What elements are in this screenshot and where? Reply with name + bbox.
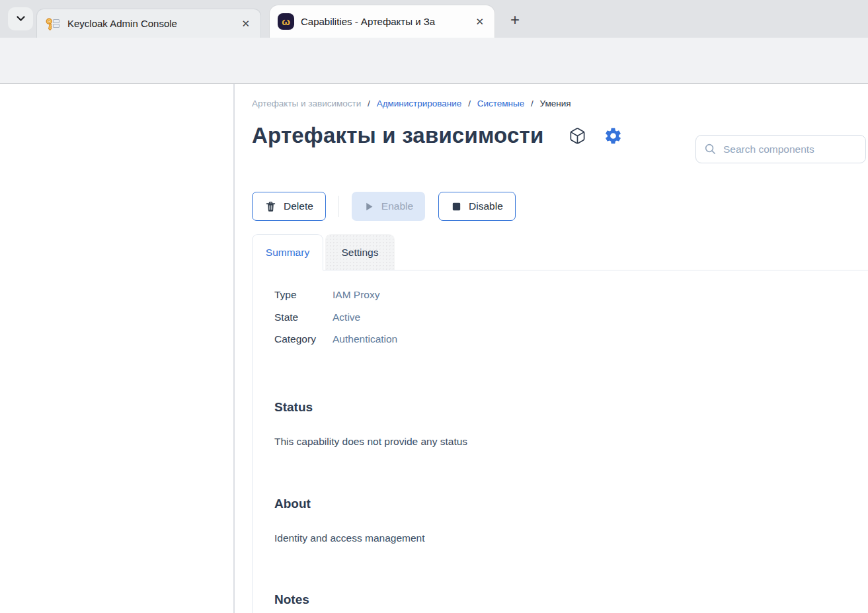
tab-keycloak[interactable]: Keycloak Admin Console ✕ bbox=[36, 9, 261, 38]
w-logo-icon: ω bbox=[278, 13, 294, 30]
play-icon bbox=[364, 201, 375, 212]
package-icon[interactable] bbox=[569, 127, 586, 145]
tab-settings[interactable]: Settings bbox=[325, 234, 395, 270]
actions-divider bbox=[338, 196, 339, 217]
tab-summary[interactable]: Summary bbox=[252, 234, 323, 270]
new-tab-button[interactable]: + bbox=[504, 9, 526, 30]
component-search[interactable] bbox=[695, 135, 866, 163]
breadcrumb: Артефакты и зависимости / Администрирова… bbox=[252, 99, 571, 108]
detail-tabs: Summary Settings bbox=[252, 234, 395, 270]
tab-title: Keycloak Admin Console bbox=[67, 18, 232, 29]
tab-title: Capabilities - Артефакты и За bbox=[301, 16, 466, 27]
gear-icon[interactable] bbox=[604, 126, 623, 145]
stop-icon bbox=[451, 201, 462, 212]
summary-panel bbox=[252, 270, 868, 613]
tab-search-button[interactable] bbox=[8, 7, 33, 30]
close-icon[interactable]: ✕ bbox=[239, 17, 253, 31]
browser-tab-strip: Keycloak Admin Console ✕ ω Capabilities … bbox=[0, 0, 868, 38]
page-title: Артефакты и зависимости bbox=[252, 123, 543, 148]
breadcrumb-root: Артефакты и зависимости bbox=[252, 99, 361, 108]
browser-toolbar: uO bbox=[0, 38, 868, 84]
layout-divider bbox=[233, 84, 235, 613]
trash-icon bbox=[264, 200, 277, 213]
close-icon[interactable]: ✕ bbox=[473, 15, 487, 29]
search-input[interactable] bbox=[723, 143, 849, 155]
keycloak-key-icon bbox=[45, 16, 61, 32]
chevron-down-icon bbox=[17, 16, 25, 22]
breadcrumb-link-system[interactable]: Системные bbox=[477, 99, 525, 108]
search-icon bbox=[704, 143, 717, 155]
tab-capabilities[interactable]: ω Capabilities - Артефакты и За ✕ bbox=[270, 5, 494, 38]
delete-button[interactable]: Delete bbox=[252, 192, 326, 221]
page-body: Артефакты и зависимости / Администрирова… bbox=[0, 84, 868, 613]
enable-button[interactable]: Enable bbox=[352, 192, 425, 221]
main-content: Артефакты и зависимости / Администрирова… bbox=[252, 84, 868, 613]
breadcrumb-current: Умения bbox=[539, 99, 571, 108]
breadcrumb-link-administration[interactable]: Администрирование bbox=[377, 99, 462, 108]
disable-button[interactable]: Disable bbox=[438, 192, 516, 221]
